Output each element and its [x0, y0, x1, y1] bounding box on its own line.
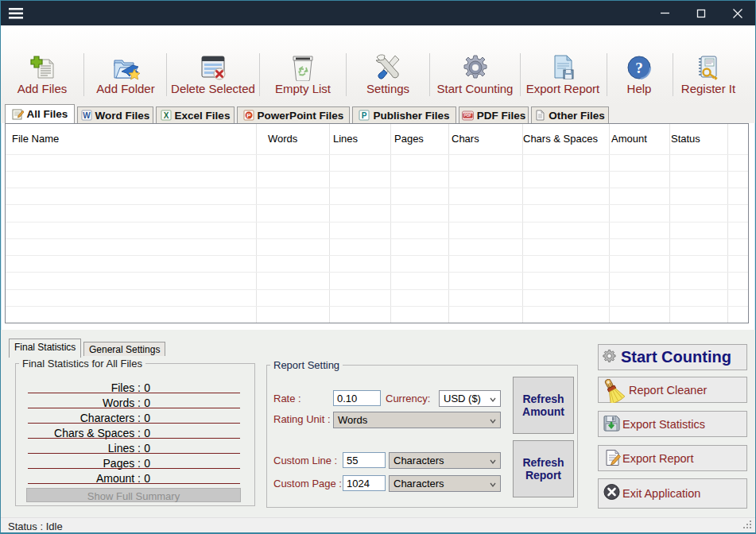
svg-text:?: ?: [635, 60, 643, 76]
svg-text:X: X: [163, 111, 169, 120]
svg-text:P: P: [362, 111, 367, 120]
svg-text:PDF: PDF: [463, 114, 471, 118]
svg-text:P: P: [246, 112, 251, 119]
svg-text:W: W: [83, 111, 91, 120]
